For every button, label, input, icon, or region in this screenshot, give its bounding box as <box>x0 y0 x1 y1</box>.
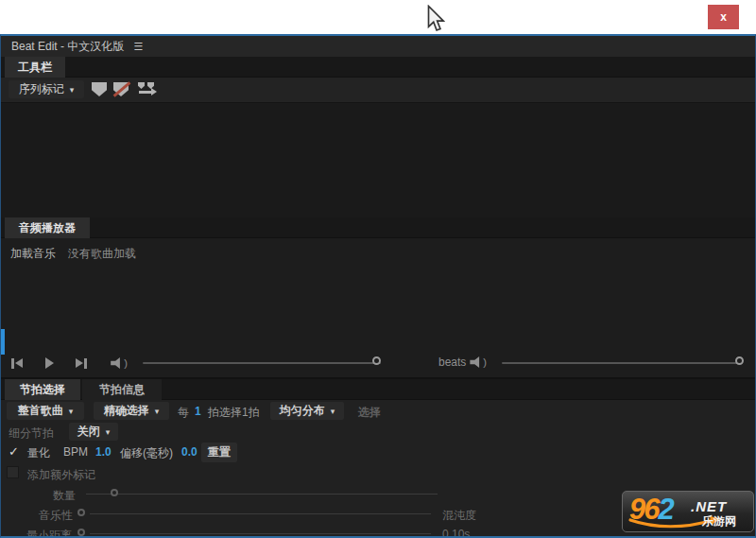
extra-markers-label: 添加额外标记 <box>27 467 95 483</box>
tab-audio-player[interactable]: 音频播放器 <box>5 217 90 238</box>
next-beat-button[interactable] <box>69 352 94 374</box>
subdivide-label: 细分节拍 <box>9 425 54 442</box>
chaos-label: 混沌度 <box>442 508 476 524</box>
quantize-checkbox[interactable]: ✓ <box>9 444 19 459</box>
marker-icon <box>138 82 145 89</box>
chevron-down-icon: ▾ <box>106 427 111 437</box>
beatedit-window: Beat Edit - 中文汉化版 ☰ 工具栏 序列标记 ▾ <box>0 34 756 538</box>
play-icon <box>45 357 54 369</box>
music-volume-slider[interactable] <box>143 362 381 364</box>
quantize-label: 量化 <box>27 445 50 461</box>
toolbar-tabstrip: 工具栏 <box>1 57 755 78</box>
sequence-marker-dropdown[interactable]: 序列标记 ▾ <box>9 80 84 98</box>
bpm-label: BPM <box>63 445 88 459</box>
panel-menu-icon[interactable]: ☰ <box>133 41 143 53</box>
distribute-label: 均匀分布 <box>280 403 325 419</box>
chevron-down-icon: ▾ <box>70 85 75 95</box>
per-beat-label: 拍选择1拍 <box>208 405 260 421</box>
subdivide-value: 关闭 <box>77 424 100 440</box>
music-volume-button[interactable]: ) <box>105 352 133 374</box>
chevron-down-icon: ▾ <box>69 407 74 416</box>
beats-volume-knob[interactable] <box>735 356 744 365</box>
player-tabstrip: 音频播放器 <box>1 217 755 238</box>
offset-value[interactable]: 0.0 <box>181 445 198 459</box>
musicality-slider[interactable] <box>90 513 431 514</box>
tab-beat-selection-label: 节拍选择 <box>20 382 65 398</box>
reset-button[interactable]: 重置 <box>201 443 237 462</box>
whole-song-dropdown[interactable]: 整首歌曲 ▾ <box>7 402 84 420</box>
every-label: 每 <box>178 405 189 421</box>
move-markers-button[interactable] <box>138 82 157 98</box>
beats-tabstrip: 节拍选择 节拍信息 <box>1 379 755 400</box>
watermark-net-label: .NET <box>691 498 727 514</box>
close-button[interactable]: x <box>708 5 739 29</box>
watermark-logo: 962 .NET 乐游网 <box>622 491 754 532</box>
quantity-label: 数量 <box>53 488 76 504</box>
skip-end-icon <box>84 358 87 369</box>
min-distance-label: 最小距离 <box>26 528 72 538</box>
sequence-marker-label: 序列标记 <box>19 81 64 97</box>
plugin-titlebar: Beat Edit - 中文汉化版 ☰ <box>1 36 755 57</box>
beats-label: beats <box>438 356 466 369</box>
arrow-right-icon <box>139 91 151 94</box>
precise-select-dropdown[interactable]: 精确选择 ▾ <box>94 402 169 420</box>
chevron-down-icon: ▾ <box>155 407 160 416</box>
quantity-knob[interactable] <box>111 489 118 496</box>
skip-end-icon <box>76 358 83 368</box>
os-titlebar: x <box>0 0 756 34</box>
skip-start-icon <box>11 358 14 369</box>
create-marker-button[interactable] <box>92 82 111 98</box>
beats-volume-slider[interactable] <box>502 362 742 364</box>
musicality-label: 音乐性 <box>39 508 73 524</box>
toolbar-row: 序列标记 ▾ <box>1 78 755 102</box>
watermark-number: 962 <box>629 492 673 528</box>
distribute-dropdown[interactable]: 均匀分布 ▾ <box>270 402 344 420</box>
every-value[interactable]: 1 <box>195 405 201 418</box>
min-distance-slider[interactable] <box>90 533 431 534</box>
tab-beat-info[interactable]: 节拍信息 <box>82 379 162 400</box>
speaker-icon: ) <box>111 357 128 369</box>
music-volume-knob[interactable] <box>372 356 381 365</box>
tab-toolbar[interactable]: 工具栏 <box>5 57 65 78</box>
tab-audio-player-label: 音频播放器 <box>19 220 76 236</box>
bpm-value[interactable]: 1.0 <box>95 445 112 459</box>
beats-volume-label-group: beats ) <box>438 356 487 369</box>
delete-markers-button[interactable] <box>113 82 132 98</box>
app-title: Beat Edit - 中文汉化版 <box>11 39 124 55</box>
whole-song-label: 整首歌曲 <box>18 403 63 419</box>
tab-beat-selection[interactable]: 节拍选择 <box>5 379 80 400</box>
marker-icon <box>92 82 107 96</box>
tab-beat-info-label: 节拍信息 <box>99 382 145 398</box>
chevron-down-icon: ▾ <box>331 407 335 416</box>
select-button[interactable]: 选择 <box>358 405 381 421</box>
min-distance-value: 0.10s <box>442 528 470 538</box>
previous-beat-button[interactable] <box>5 352 29 374</box>
tab-toolbar-label: 工具栏 <box>18 60 52 76</box>
offset-label: 偏移(毫秒) <box>120 445 173 461</box>
speaker-icon: ) <box>470 356 487 368</box>
watermark-site-label: 乐游网 <box>702 513 736 529</box>
extra-markers-checkbox[interactable] <box>7 466 19 478</box>
screen: x Beat Edit - 中文汉化版 ☰ 工具栏 序列标记 ▾ <box>0 0 756 538</box>
precise-select-label: 精确选择 <box>104 403 149 419</box>
mouse-cursor-icon <box>426 5 445 37</box>
play-button[interactable] <box>37 352 61 374</box>
skip-start-icon <box>15 358 23 368</box>
musicality-knob[interactable] <box>77 509 85 516</box>
load-music-button[interactable]: 加載音乐 <box>10 246 56 262</box>
timeline-panel <box>1 102 755 217</box>
close-icon: x <box>720 10 727 24</box>
no-song-status: 没有歌曲加载 <box>68 246 136 262</box>
quantity-slider[interactable] <box>86 494 438 495</box>
subdivide-dropdown[interactable]: 关闭 ▾ <box>69 423 118 441</box>
min-distance-knob[interactable] <box>77 529 85 536</box>
